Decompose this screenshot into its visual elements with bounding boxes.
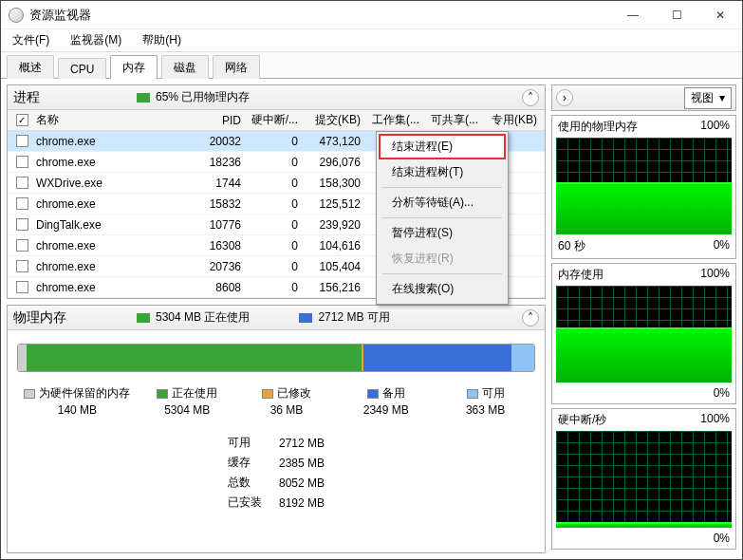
ctx-end-tree[interactable]: 结束进程树(T) xyxy=(379,159,506,185)
process-panel-title: 进程 xyxy=(13,89,137,106)
cell-pid: 20736 xyxy=(188,260,245,273)
cell-hard: 0 xyxy=(245,177,302,190)
legend-label: 已修改 xyxy=(277,385,311,401)
tab-overview[interactable]: 概述 xyxy=(7,55,54,79)
row-checkbox[interactable] xyxy=(16,156,28,168)
legend-free: 可用363 MB xyxy=(443,385,529,417)
graph-pct: 100% xyxy=(700,267,730,283)
table-header: 名称 PID 硬中断/... 提交(KB) 工作集(... 可共享(... 专用… xyxy=(8,110,545,131)
col-hard[interactable]: 硬中断/... xyxy=(245,112,302,128)
legend-value: 140 MB xyxy=(24,403,130,417)
graph-box: 使用的物理内存100%60 秒0% xyxy=(551,115,736,259)
stat-inst-value: 8192 MB xyxy=(271,494,332,512)
ctx-separator xyxy=(382,273,502,274)
menu-file[interactable]: 文件(F) xyxy=(7,30,55,50)
collapse-button[interactable]: ˄ xyxy=(522,309,539,327)
cell-name: chrome.exe xyxy=(32,281,188,294)
row-checkbox[interactable] xyxy=(16,260,28,272)
swatch-blue-icon xyxy=(299,313,312,323)
stat-total-label: 总数 xyxy=(220,474,269,492)
legend-label: 为硬件保留的内存 xyxy=(39,385,130,401)
header-checkbox[interactable] xyxy=(16,114,28,126)
window-title: 资源监视器 xyxy=(29,7,611,24)
graph-box: 内存使用100%0% xyxy=(551,263,736,404)
ctx-search[interactable]: 在线搜索(O) xyxy=(379,276,506,302)
chevron-down-icon: ▾ xyxy=(719,91,725,104)
menu-help[interactable]: 帮助(H) xyxy=(137,30,187,50)
col-pid[interactable]: PID xyxy=(188,114,245,127)
graph-title: 使用的物理内存 xyxy=(558,119,638,135)
tab-memory[interactable]: 内存 xyxy=(110,55,158,79)
cell-name: chrome.exe xyxy=(32,156,188,169)
cell-commit: 296,076 xyxy=(302,156,364,169)
legend-swatch-icon xyxy=(467,389,478,399)
cell-hard: 0 xyxy=(245,218,302,232)
chevron-up-icon: ˄ xyxy=(528,91,533,104)
graph-canvas xyxy=(556,286,732,383)
legend-value: 5304 MB xyxy=(144,403,230,417)
cell-pid: 18236 xyxy=(188,156,245,169)
minimize-button[interactable]: — xyxy=(611,1,655,29)
graph-foot-right: 0% xyxy=(714,238,730,254)
row-checkbox[interactable] xyxy=(16,197,28,210)
memory-bar xyxy=(17,344,535,372)
titlebar: 资源监视器 — ☐ ✕ xyxy=(1,1,742,29)
cell-pid: 10776 xyxy=(188,218,245,232)
col-ws[interactable]: 工作集(... xyxy=(364,112,423,128)
col-name[interactable]: 名称 xyxy=(32,112,188,128)
row-checkbox[interactable] xyxy=(16,218,28,231)
graph-foot-left: 60 秒 xyxy=(558,238,585,254)
tab-network[interactable]: 网络 xyxy=(213,55,260,79)
row-checkbox[interactable] xyxy=(16,135,28,147)
tabs: 概述 CPU 内存 磁盘 网络 xyxy=(1,52,742,79)
cell-hard: 0 xyxy=(245,239,302,252)
cell-name: chrome.exe xyxy=(32,197,188,211)
legend-reserved: 为硬件保留的内存140 MB xyxy=(24,385,130,417)
chevron-right-icon: › xyxy=(563,91,567,104)
view-dropdown[interactable]: 视图 ▾ xyxy=(684,87,732,109)
swatch-green-icon xyxy=(137,93,150,103)
physmem-inuse: 5304 MB 正在使用 xyxy=(156,309,250,326)
ctx-end-process[interactable]: 结束进程(E) xyxy=(379,134,506,159)
collapse-button[interactable]: ˄ xyxy=(522,89,539,106)
cell-commit: 125,512 xyxy=(302,197,364,211)
graph-canvas xyxy=(556,431,732,528)
cell-pid: 15832 xyxy=(188,197,245,211)
legend-value: 363 MB xyxy=(443,403,529,417)
col-share[interactable]: 可共享(... xyxy=(423,112,482,128)
ctx-separator xyxy=(382,217,502,218)
legend-value: 36 MB xyxy=(244,403,329,417)
cell-hard: 0 xyxy=(245,135,302,148)
row-checkbox[interactable] xyxy=(16,281,28,293)
cell-commit: 473,120 xyxy=(302,135,364,148)
ctx-suspend[interactable]: 暂停进程(S) xyxy=(379,220,506,246)
graph-foot-right: 0% xyxy=(714,386,730,400)
ctx-separator xyxy=(382,187,502,188)
tab-cpu[interactable]: CPU xyxy=(58,58,106,79)
row-checkbox[interactable] xyxy=(16,239,28,252)
menu-monitor[interactable]: 监视器(M) xyxy=(65,30,127,50)
menubar: 文件(F) 监视器(M) 帮助(H) xyxy=(1,29,742,52)
maximize-button[interactable]: ☐ xyxy=(655,1,698,29)
physmem-panel: 物理内存 5304 MB 正在使用 2712 MB 可用 ˄ 为硬件保留的内存1… xyxy=(7,305,546,553)
mem-seg-in_use xyxy=(27,345,361,371)
cell-commit: 156,216 xyxy=(302,281,364,294)
cell-hard: 0 xyxy=(245,197,302,211)
stat-inst-label: 已安装 xyxy=(220,494,269,512)
cell-commit: 239,920 xyxy=(302,218,364,232)
physmem-title: 物理内存 xyxy=(13,309,137,327)
col-priv[interactable]: 专用(KB) xyxy=(482,112,541,128)
mem-seg-free xyxy=(511,345,534,371)
physmem-avail: 2712 MB 可用 xyxy=(318,309,389,326)
legend-label: 可用 xyxy=(482,385,505,401)
stat-total-value: 8052 MB xyxy=(271,474,332,492)
close-button[interactable]: ✕ xyxy=(698,1,742,29)
col-commit[interactable]: 提交(KB) xyxy=(302,112,364,128)
tab-disk[interactable]: 磁盘 xyxy=(161,55,209,79)
cell-commit: 104,616 xyxy=(302,239,364,252)
cell-hard: 0 xyxy=(245,281,302,294)
ctx-analyze[interactable]: 分析等待链(A)... xyxy=(379,190,506,215)
row-checkbox[interactable] xyxy=(16,177,28,189)
context-menu: 结束进程(E) 结束进程树(T) 分析等待链(A)... 暂停进程(S) 恢复进… xyxy=(376,131,509,305)
collapse-button[interactable]: › xyxy=(556,89,573,106)
